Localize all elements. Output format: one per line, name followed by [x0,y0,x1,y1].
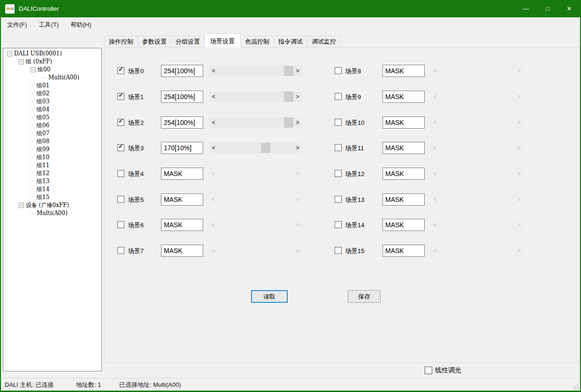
tree-item[interactable]: 组11 [3,161,101,169]
menu-item-tools[interactable]: 工具(T) [33,18,65,32]
tree-item[interactable]: 组05 [3,114,101,122]
scene-level-scrollbar[interactable]: <> [209,143,302,153]
status-bar: DALI 主机: 已连接 地址数: 1 已选择地址: Multi(A00) [1,378,580,391]
linear-dimming-checkbox[interactable] [425,367,432,374]
scene-level-scrollbar: <> [431,246,523,256]
scene-level-scrollbar[interactable]: <> [209,117,302,128]
scene-value-input[interactable] [161,65,203,77]
scene-value-input[interactable] [161,193,203,206]
scene-checkbox[interactable] [335,221,342,228]
scene-value-input[interactable] [382,91,425,103]
scene-level-scrollbar: <> [209,194,302,205]
scene-value-input[interactable] [382,168,425,180]
scene-checkbox[interactable]: ✓ [117,93,124,100]
scene-row: 场景15<> [335,245,523,257]
status-host-connection: DALI 主机: 已连接 [5,381,54,389]
scroll-left-icon[interactable]: < [209,66,218,76]
tree-item[interactable]: Multi(A00) [3,74,101,82]
scene-checkbox[interactable] [335,144,342,151]
tree-item[interactable]: 组13 [3,177,101,185]
tree-item[interactable]: 组02 [3,90,101,98]
scrollbar-thumb[interactable] [261,143,270,153]
tree-expander-icon[interactable]: − [19,203,24,208]
tree-expander-icon[interactable]: − [19,59,24,64]
scene-checkbox[interactable]: ✓ [117,119,124,126]
scene-level-scrollbar: <> [431,66,523,76]
scroll-right-icon[interactable]: > [293,66,302,76]
tab-6[interactable]: 调试监控 [307,36,341,47]
scene-value-input[interactable] [161,91,203,103]
scene-checkbox[interactable] [335,67,342,74]
tree-item[interactable]: 组07 [3,130,101,138]
scene-checkbox[interactable] [335,247,342,254]
scene-level-scrollbar[interactable]: <> [209,66,302,76]
scene-checkbox[interactable]: ✓ [117,144,124,151]
scene-checkbox[interactable] [335,196,342,203]
scroll-right-icon[interactable]: > [293,92,302,102]
minimize-icon[interactable]: — [515,0,537,17]
tree-item[interactable]: −DALI USB(0001) [3,50,101,58]
tree-item[interactable]: 组12 [3,169,101,177]
scene-checkbox[interactable]: ✓ [117,67,124,74]
scroll-left-icon[interactable]: < [209,92,218,102]
scene-checkbox[interactable] [117,170,124,177]
title-bar[interactable]: DALI DALIController — □ ✕ [1,0,580,17]
tree-item[interactable]: 组14 [3,185,101,193]
tree-item[interactable]: 组08 [3,138,101,146]
scene-value-input[interactable] [382,219,425,231]
tree-item[interactable]: 组09 [3,146,101,154]
scroll-left-icon[interactable]: < [209,117,218,128]
scene-checkbox[interactable] [335,93,342,100]
tab-2[interactable]: 分组设置 [171,36,205,47]
scrollbar-thumb[interactable] [284,66,293,76]
tree-expander-icon[interactable]: − [7,51,12,56]
tree-item[interactable]: 组06 [3,122,101,130]
scene-value-input[interactable] [382,142,425,154]
scene-checkbox[interactable] [117,196,124,203]
tab-1[interactable]: 参数设置 [138,36,171,47]
tree-item[interactable]: −组00 [3,66,101,74]
scroll-left-icon[interactable]: < [209,143,218,153]
read-button[interactable]: 读取 [251,290,288,303]
scene-checkbox[interactable] [117,247,124,254]
tree-item[interactable]: 组15 [3,193,101,201]
scene-checkbox[interactable] [117,221,124,228]
tree-item[interactable]: Multi(A00) [3,209,101,217]
maximize-icon[interactable]: □ [537,0,558,17]
tab-4[interactable]: 色温控制 [240,36,274,47]
scrollbar-thumb[interactable] [284,117,293,128]
tree-item[interactable]: 组03 [3,98,101,106]
scene-value-input[interactable] [382,65,425,77]
save-button[interactable]: 保存 [348,290,381,303]
scrollbar-thumb[interactable] [284,92,293,102]
tree-item[interactable]: 组04 [3,106,101,114]
scene-checkbox[interactable] [335,119,342,126]
scene-value-input[interactable] [382,245,425,257]
tab-0[interactable]: 操作控制 [104,36,138,47]
tree-item[interactable]: 组10 [3,154,101,161]
scene-value-input[interactable] [382,116,425,129]
scene-value-input[interactable] [161,142,203,154]
tab-5[interactable]: 指令调试 [274,36,307,47]
tree-expander-icon[interactable]: − [31,67,36,72]
scene-checkbox[interactable] [335,170,342,177]
scene-value-input[interactable] [382,193,425,206]
scene-row: ✓场景0<> [117,65,302,77]
menu-item-help[interactable]: 帮助(H) [65,18,97,32]
close-icon[interactable]: ✕ [558,0,580,17]
tree-item[interactable]: −组 (0xFF) [3,58,101,66]
device-tree[interactable]: −DALI USB(0001)−组 (0xFF)−组00Multi(A00)组0… [3,48,102,371]
scroll-right-icon: > [515,92,523,102]
tree-item[interactable]: 组01 [3,82,101,90]
scene-value-input[interactable] [161,168,203,180]
scene-value-input[interactable] [161,116,203,129]
tree-item[interactable]: −设备 (广播0xFF) [3,201,101,209]
tab-3[interactable]: 场景设置 [204,33,241,47]
scene-value-input[interactable] [161,219,203,231]
menu-item-file[interactable]: 文件(F) [1,18,33,32]
scene-level-scrollbar[interactable]: <> [209,92,302,102]
scroll-right-icon[interactable]: > [293,117,302,128]
resize-grip-icon[interactable] [573,383,578,389]
scroll-right-icon[interactable]: > [293,143,302,153]
scene-value-input[interactable] [161,245,203,257]
